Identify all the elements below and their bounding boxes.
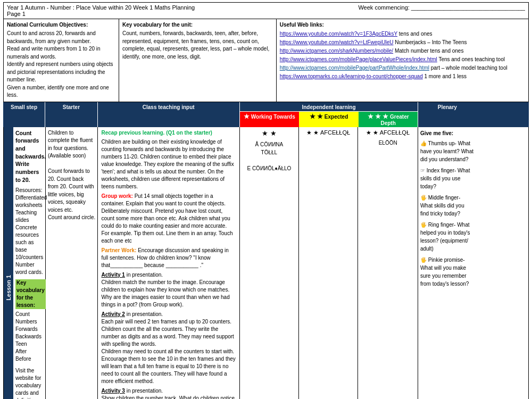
visit-label: Visit the website for vocabulary cards a… [15, 367, 43, 399]
kv-title: Key vocabulary for the unit: [122, 21, 273, 29]
resource-1: Differentiated worksheets [15, 194, 43, 209]
resource-2: Teaching slides [15, 209, 43, 224]
working-stars: ★ ★ [242, 129, 297, 138]
national-curriculum-cell: National Curriculum Objectives: Count to… [4, 19, 119, 102]
th-greater-depth: ★ ★ ★ Greater Depth [359, 112, 418, 127]
web-links-list: https://www.youtube.com/watch?v=1F3AgcED… [280, 30, 525, 81]
plenary-middle: 🖐 Middle finger- What skills did you fin… [420, 194, 473, 218]
partner-work: Partner Work: Encourage discussion and s… [101, 247, 236, 269]
week-commencing: Week commencing: _______________________… [358, 4, 525, 11]
plenary-ring: 🖐 Ring finger- What helped you in today'… [420, 221, 473, 253]
plenary-thumbs: 👍 Thumbs up- What have you learnt? What … [420, 139, 473, 163]
vocab-words: CountNumbersForwardsBackwardsTeenAfterBe… [15, 311, 43, 363]
indep-cells: ★ ★ Å CÖИИNAТÖŁŁL E CÖИИÖL♦ÄŁLO ★ ★ AFCE… [240, 127, 418, 400]
recap-label: Recap previous learning. (Q1 on the star… [101, 129, 236, 137]
main-teaching-text: Children are building on their existing … [101, 138, 236, 190]
info-row: National Curriculum Objectives: Count to… [3, 19, 529, 102]
indep-col: ★ ★ Å CÖИИNAТÖŁŁL E CÖИИÖL♦ÄŁLO ★ ★ AFCE… [240, 127, 418, 400]
plenary-intro: Give me five: [420, 129, 473, 137]
link-2[interactable]: https://www.youtube.com/watch?v=LtFwepiU… [280, 39, 394, 45]
link-4[interactable]: http://www.ictgames.com/mobilePage/place… [280, 56, 437, 62]
th-indep: Independent learning ★ Working Towards ★… [240, 102, 419, 127]
lesson-label: Lesson 1 [5, 275, 12, 301]
working-label-1: Å CÖИИNAТÖŁŁL [242, 140, 297, 156]
resource-3: Concrete resources such as base 10/count… [15, 224, 43, 261]
greater-depth-cell: ★ ★ AFCEŁŁQŁ EĿÖÖN [358, 127, 417, 400]
class-input-col: Recap previous learning. (Q1 on the star… [98, 127, 239, 400]
resources-list: Resources: Differentiated worksheets Tea… [15, 187, 43, 399]
expected-cell: ★ ★ AFCEŁŁQŁ [299, 127, 358, 400]
starter-col: Children to complete the fluent in four … [46, 127, 98, 400]
small-step-col: Count forwards and backwards. Write numb… [13, 127, 46, 400]
resource-4: Number word cards. [15, 261, 43, 276]
link-3[interactable]: http://www.ictgames.com/sharkNumbers/mob… [280, 48, 393, 54]
wl-title: Useful Web links: [280, 21, 525, 29]
activity1: Activity 1 in presentation. Children mat… [101, 271, 236, 309]
starter-content: Children to complete the fluent in four … [48, 129, 96, 222]
greater-stars: ★ ★ AFCEŁŁQŁ [360, 129, 415, 137]
main-content-row: Lesson 1 Count forwards and backwards. W… [3, 127, 529, 400]
table-header-row: Small step Starter Class teaching input … [3, 102, 529, 127]
link-1[interactable]: https://www.youtube.com/watch?v=1F3AgcED… [280, 31, 397, 37]
activity3: Activity 3 in presentation. Show childre… [101, 387, 236, 400]
resources-label: Resources: [15, 187, 43, 194]
link-5[interactable]: http://www.ictgames.com/mobilePage/partP… [280, 65, 429, 71]
header-right: Week commencing: _______________________… [358, 4, 525, 11]
plenary-pinkie: 🖐 Pinkie promise- What will you make sur… [420, 256, 473, 288]
th-plenary: Plenary [418, 102, 476, 127]
lesson-label-col: Lesson 1 [4, 127, 13, 400]
th-working-towards: ★ Working Towards [240, 112, 300, 127]
th-small-step: Small step [3, 102, 45, 127]
indep-subheader: ★ Working Towards ★ ★ Expected ★ ★ ★ Gre… [240, 112, 418, 127]
activity2: Activity 2 in presentation. Each pair wi… [101, 311, 236, 385]
link-6[interactable]: https://www.topmarks.co.uk/learning-to-c… [280, 73, 423, 79]
nc-title: National Curriculum Objectives: [7, 21, 115, 29]
kv-content: Count, numbers, forwards, backwards, tee… [122, 30, 273, 61]
expected-stars: ★ ★ AFCEŁŁQŁ [301, 129, 356, 137]
th-class-input: Class teaching input [98, 102, 240, 127]
vocab-highlight: Key vocabulary for the lesson: [15, 279, 46, 309]
header-left: Year 1 Autumn - Number : Place Value wit… [7, 4, 195, 17]
page-wrapper: Year 1 Autumn - Number : Place Value wit… [0, 0, 532, 399]
greater-label: EĿÖÖN [360, 139, 415, 147]
key-vocab-cell: Key vocabulary for the unit: Count, numb… [119, 19, 277, 102]
page-header: Year 1 Autumn - Number : Place Value wit… [3, 2, 529, 19]
working-towards-cell: ★ ★ Å CÖИИNAТÖŁŁL E CÖИИÖL♦ÄŁLO [240, 127, 299, 400]
nc-content: Count to and across 20, forwards and bac… [7, 30, 115, 99]
working-label-2: E CÖИИÖL♦ÄŁLO [247, 165, 291, 171]
plenary-col: Give me five: 👍 Thumbs up- What have you… [418, 127, 476, 400]
th-expected: ★ ★ Expected [299, 112, 359, 127]
group-work: Group work: Put 14 small objects togethe… [101, 193, 236, 245]
th-starter: Starter [45, 102, 98, 127]
small-step-title: Count forwards and backwards. Write numb… [15, 129, 43, 184]
plenary-index: ☞ Index finger- What skills did you use … [420, 167, 473, 190]
page-number: Page 1 [7, 11, 195, 17]
web-links-cell: Useful Web links: https://www.youtube.co… [277, 19, 528, 102]
page-title: Year 1 Autumn - Number : Place Value wit… [7, 4, 195, 11]
